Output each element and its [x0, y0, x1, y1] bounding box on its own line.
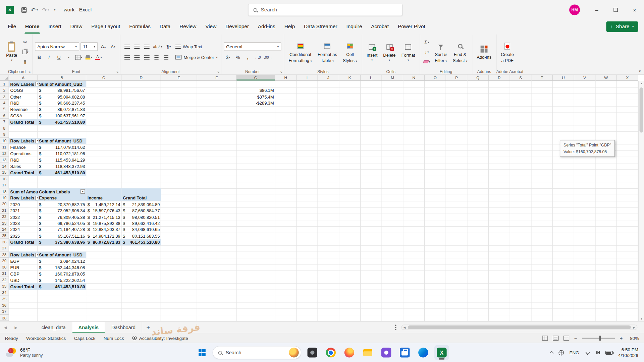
cell-B15[interactable]: $461,453,510.80	[38, 170, 86, 176]
taskbar-app-store[interactable]	[397, 345, 412, 360]
column-header-I[interactable]: I	[297, 75, 318, 81]
horizontal-scroll-thumb[interactable]	[408, 325, 631, 329]
cell-B4[interactable]: $90,666,237.45	[38, 100, 86, 106]
addins-button[interactable]: Add-ins	[475, 43, 493, 61]
cell-A10[interactable]: Row Labels▾	[9, 138, 38, 144]
cell-A26[interactable]: Grand Total	[9, 239, 38, 245]
fill-color-button[interactable]: ▾	[84, 53, 93, 62]
cell-D18[interactable]	[121, 188, 161, 195]
column-header-S[interactable]: S	[510, 75, 532, 81]
battery-icon[interactable]	[605, 351, 613, 354]
start-button[interactable]	[195, 346, 209, 360]
cell-B30[interactable]: $152,444,346.08	[38, 264, 86, 271]
cell-D24[interactable]: $84,068,610.65	[121, 226, 161, 233]
minimize-button[interactable]: –	[587, 0, 606, 20]
cell-B31[interactable]: $160,702,878.05	[38, 271, 86, 277]
row-header-10[interactable]: 10	[0, 138, 9, 144]
autosum-button[interactable]: Σ▾	[422, 38, 431, 47]
taskbar-app-edge[interactable]	[416, 345, 431, 360]
hscroll-right-icon[interactable]: ▶	[631, 326, 637, 329]
column-header-X[interactable]: X	[617, 75, 638, 81]
filter-dropdown-icon[interactable]: ▾	[36, 82, 38, 86]
row-header-26[interactable]: 26	[0, 239, 9, 245]
ribbon-tab-home[interactable]: Home	[20, 20, 44, 34]
normal-view-icon[interactable]	[542, 336, 548, 341]
status-item-num-lock[interactable]: Num Lock	[104, 336, 124, 341]
row-header-24[interactable]: 24	[0, 226, 9, 233]
increase-indent-button[interactable]	[162, 53, 171, 62]
cell-G4[interactable]: -$289.3M	[236, 100, 275, 106]
row-header-38[interactable]: 38	[0, 315, 9, 321]
cell-A23[interactable]: 2023	[9, 220, 38, 227]
column-header-A[interactable]: A	[9, 75, 38, 81]
row-header-16[interactable]: 16	[0, 176, 9, 182]
clipboard-dialog-launcher[interactable]: ↘	[28, 70, 31, 73]
decrease-font-button[interactable]: A▾	[109, 42, 117, 51]
cell-A14[interactable]: Sales	[9, 163, 38, 170]
sheet-tab-dashboard[interactable]: Dashboard	[105, 321, 142, 333]
cell-A18[interactable]: Sum of Amount_USD	[9, 188, 38, 195]
copy-button[interactable]: ▾	[21, 48, 30, 56]
cell-B22[interactable]: $76,809,405.38	[38, 214, 86, 220]
cell-C24[interactable]: $12,884,203.37	[86, 226, 121, 233]
clock[interactable]: 6:50 PM 4/10/2026	[618, 347, 638, 358]
row-header-13[interactable]: 13	[0, 157, 9, 163]
page-break-view-icon[interactable]	[564, 336, 569, 341]
taskbar-app-firefox[interactable]	[342, 345, 357, 360]
clear-button[interactable]: ▾	[422, 57, 431, 66]
column-header-O[interactable]: O	[425, 75, 446, 81]
undo-button[interactable]: ↶▾	[29, 4, 40, 15]
zoom-level[interactable]: 80%	[628, 336, 639, 341]
fill-button[interactable]: ↓▾	[422, 48, 431, 56]
cell-A31[interactable]: GBP	[9, 271, 38, 277]
borders-button[interactable]: ▾	[74, 53, 83, 62]
status-item-workbook-statistics[interactable]: Workbook Statistics	[26, 336, 66, 341]
format-cells-button[interactable]: Format ▾	[399, 41, 417, 63]
cell-A15[interactable]: Grand Total	[9, 170, 38, 176]
column-header-W[interactable]: W	[596, 75, 617, 81]
filter-dropdown-icon[interactable]: ▾	[36, 253, 38, 257]
cell-D21[interactable]: $87,650,884.77	[121, 207, 161, 214]
network-globe-icon[interactable]	[559, 350, 564, 355]
align-bottom-button[interactable]	[143, 42, 151, 51]
cut-button[interactable]: ✂	[21, 38, 30, 47]
taskbar-app-community[interactable]	[379, 345, 394, 360]
select-all-corner[interactable]	[0, 75, 9, 81]
cell-G3[interactable]: $375.4M	[236, 94, 275, 100]
cell-C22[interactable]: $21,271,415.13	[86, 214, 121, 220]
row-header-14[interactable]: 14	[0, 163, 9, 169]
cell-A29[interactable]: EGP	[9, 258, 38, 264]
align-top-button[interactable]	[123, 42, 131, 51]
cell-grid[interactable]: Row Labels▾Sum of Amount_USDCOGS$88,981,…	[9, 81, 638, 321]
title-search-box[interactable]: Search	[248, 4, 402, 16]
cell-B26[interactable]: $375,380,638.96	[38, 239, 86, 245]
cell-B24[interactable]: $71,184,407.28	[38, 226, 86, 233]
row-header-35[interactable]: 35	[0, 296, 9, 302]
row-header-19[interactable]: 19	[0, 195, 9, 201]
column-header-C[interactable]: C	[86, 75, 121, 81]
column-header-P[interactable]: P	[446, 75, 468, 81]
decrease-decimal-button[interactable]: .00→	[263, 53, 273, 62]
ribbon-tab-formulas[interactable]: Formulas	[125, 20, 155, 34]
sheet-tab-analysis[interactable]: Analysis	[72, 321, 105, 333]
cell-A6[interactable]: SG&A	[9, 113, 38, 119]
alignment-dialog-launcher[interactable]: ↘	[217, 70, 220, 73]
column-header-K[interactable]: K	[339, 75, 361, 81]
row-header-21[interactable]: 21	[0, 207, 9, 214]
search-highlight-icon[interactable]	[289, 348, 299, 357]
paragraph-button[interactable]: ¶▾	[164, 42, 173, 51]
increase-decimal-button[interactable]: ←.0	[253, 53, 262, 62]
ribbon-tab-help[interactable]: Help	[280, 20, 299, 34]
more-options-icon[interactable]	[392, 325, 399, 330]
cell-C19[interactable]: Income	[86, 195, 121, 201]
row-header-33[interactable]: 33	[0, 283, 9, 290]
cell-A30[interactable]: EUR	[9, 264, 38, 271]
cell-D23[interactable]: $89,662,416.42	[121, 220, 161, 227]
cell-A5[interactable]: Revenue	[9, 106, 38, 113]
cell-B18[interactable]: Column Labels▾	[38, 188, 86, 195]
row-header-36[interactable]: 36	[0, 302, 9, 308]
cell-D26[interactable]: $461,453,510.80	[121, 239, 161, 245]
conditional-formatting-button[interactable]: Conditional Formatting ▾	[286, 40, 314, 64]
ribbon-tab-power-pivot[interactable]: Power Pivot	[393, 20, 430, 34]
save-button[interactable]	[20, 4, 29, 15]
